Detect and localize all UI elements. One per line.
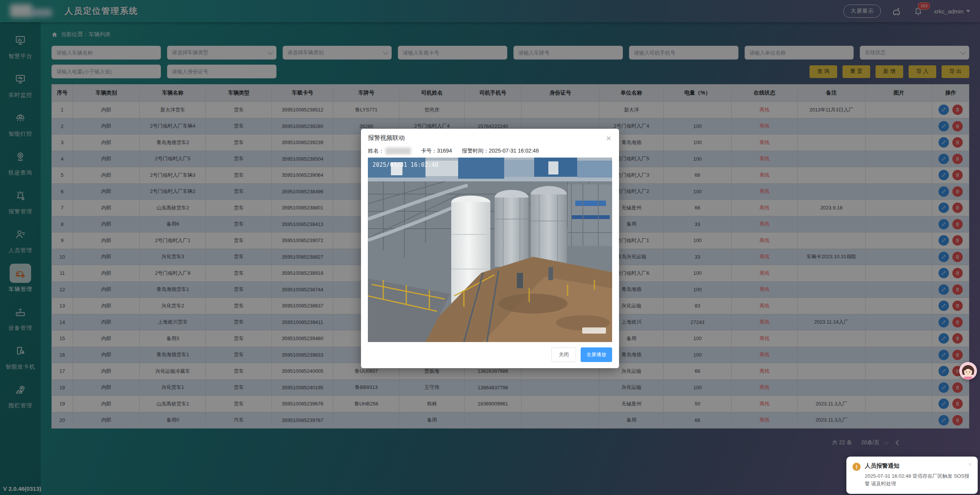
person-name-field: 姓名： — [368, 148, 411, 154]
plant-cctv-still: 2025/07/31 16:02:48 — [368, 158, 612, 342]
alarm-video-dialog: 报警视频联动 姓名： 卡号：31694 报警时间：2025-07-31 16:0… — [361, 129, 619, 368]
close-icon[interactable] — [967, 462, 973, 467]
dialog-title: 报警视频联动 — [368, 134, 405, 142]
close-icon[interactable] — [605, 135, 612, 142]
app-root: 人员定位管理系统 大屏展示 163 xrkc_admin — [0, 0, 980, 495]
avatar-girl-icon — [959, 362, 977, 380]
alarm-time-field: 报警时间：2025-07-31 16:02:48 — [462, 148, 539, 154]
video-watermark — [582, 327, 606, 334]
redacted-name — [386, 148, 411, 154]
dialog-close-button[interactable]: 关闭 — [551, 347, 576, 362]
video-timestamp: 2025/07/31 16:02:48 — [372, 161, 439, 168]
alarm-notification-toast[interactable]: ! 人员报警通知 2025-07-31 16:02:48 雷佰存在厂区触发 SO… — [846, 457, 978, 494]
alarm-info-row: 姓名： 卡号：31694 报警时间：2025-07-31 16:02:48 — [361, 146, 619, 158]
toast-message: 2025-07-31 16:02:48 雷佰存在厂区触发 SOS报警 请及时处理 — [865, 472, 972, 488]
card-no-field: 卡号：31694 — [421, 148, 452, 154]
cctv-video-frame[interactable]: 2025/07/31 16:02:48 — [368, 158, 612, 342]
fullscreen-play-button[interactable]: 全屏播放 — [581, 347, 612, 362]
toast-title: 人员报警通知 — [865, 462, 972, 470]
warning-icon: ! — [853, 463, 861, 471]
customer-service-avatar[interactable] — [959, 362, 977, 380]
